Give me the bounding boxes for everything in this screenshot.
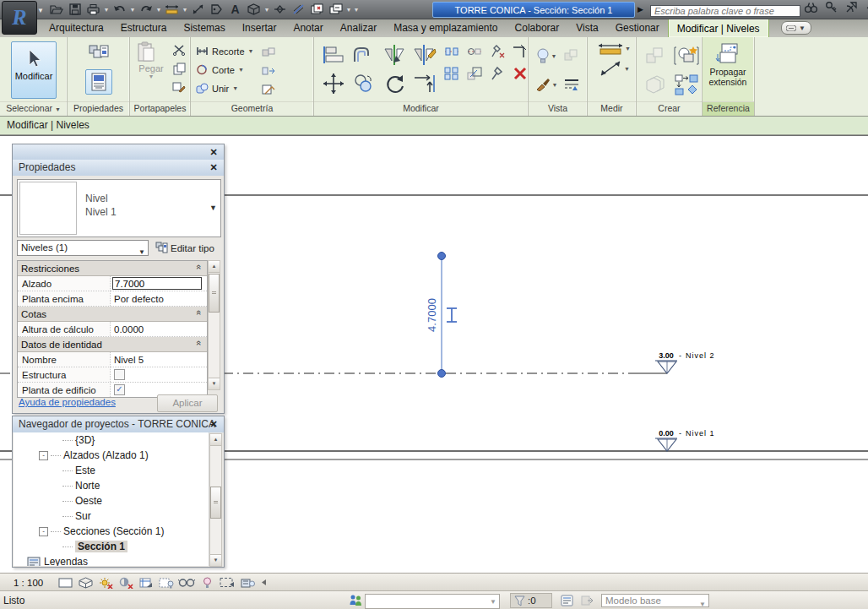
level-endpoint-grip-bottom[interactable] <box>438 370 446 378</box>
measure-between-refs-button[interactable]: ▼ <box>593 42 636 55</box>
title-expander-icon[interactable]: ▶ <box>637 5 643 14</box>
tab-masa-y-emplazamiento[interactable]: Masa y emplazamiento <box>385 19 506 37</box>
property-group-datos-identidad[interactable]: Datos de identidad« <box>18 337 207 352</box>
worksets-combobox[interactable]: ▼ <box>365 594 500 609</box>
split-element-icon[interactable] <box>441 42 462 61</box>
trim-corner-icon[interactable] <box>509 42 530 61</box>
scale-icon[interactable] <box>464 64 485 83</box>
create-similar-icon[interactable] <box>672 71 701 98</box>
tab-insertar[interactable]: Insertar <box>234 19 285 37</box>
apply-button[interactable]: Aplicar <box>157 394 218 412</box>
tab-colaborar[interactable]: Colaborar <box>507 19 568 37</box>
override-graphics-button[interactable]: ▼ <box>534 71 559 98</box>
default-3d-view-icon[interactable] <box>245 2 263 18</box>
tab-vista[interactable]: Vista <box>567 19 606 37</box>
scroll-up-icon[interactable]: ▲ <box>209 261 220 273</box>
help-search[interactable] <box>650 3 800 14</box>
project-browser-close-icon[interactable]: ✕ <box>208 418 220 430</box>
properties-palette-header[interactable]: Propiedades ✕ <box>13 160 224 176</box>
hide-elements-button[interactable]: ▼ <box>534 42 559 69</box>
tree-item-seccion-1[interactable]: Sección 1 <box>14 539 209 554</box>
create-assembly-icon[interactable] <box>642 71 670 98</box>
ribbon-minimize-button[interactable]: ▼ <box>781 21 811 35</box>
detail-level-icon[interactable] <box>55 575 75 590</box>
measure-dropdown-icon[interactable]: ▼ <box>182 7 188 13</box>
level-2-name[interactable]: Nivel 2 <box>686 351 715 360</box>
filter-dropdown-icon[interactable]: ▼ <box>138 245 145 259</box>
tree-collapse-icon[interactable]: - <box>39 451 48 460</box>
level-1-head[interactable]: 0.00 - Nivel 1 <box>655 429 715 451</box>
scrollbar-thumb[interactable] <box>210 487 221 519</box>
level-1-elevation[interactable]: 0.00 <box>659 429 674 438</box>
visual-style-icon[interactable] <box>75 575 95 590</box>
search-binoculars-icon[interactable] <box>804 1 818 14</box>
open-icon[interactable] <box>47 2 65 18</box>
temporary-dimension[interactable]: 4.7000 <box>426 253 457 378</box>
save-icon[interactable] <box>66 2 84 18</box>
offset-icon[interactable] <box>350 42 378 68</box>
property-row-alzado[interactable]: Alzado <box>18 276 207 291</box>
editable-only-icon[interactable] <box>559 594 574 607</box>
element-filter-combobox[interactable]: Niveles (1) ▼ <box>17 240 149 256</box>
project-browser-header[interactable]: Navegador de proyectos - TORRE CONICA ✕ <box>13 416 224 432</box>
measure-along-element-button[interactable]: ▼ <box>593 59 636 78</box>
exclude-options-icon[interactable] <box>579 594 594 607</box>
tab-sistemas[interactable]: Sistemas <box>175 19 233 37</box>
redo-dropdown-icon[interactable]: ▼ <box>155 7 162 13</box>
panel-label-seleccionar[interactable]: Seleccionar ▼ <box>0 101 67 116</box>
pin-icon[interactable] <box>486 64 507 83</box>
estructura-checkbox[interactable] <box>114 369 125 380</box>
switch-windows-icon[interactable] <box>327 2 344 18</box>
level-endpoint-grip-top[interactable] <box>438 253 446 260</box>
tree-item-alzados[interactable]: -Alzados (Alzado 1) <box>14 448 209 463</box>
tree-item-leyendas[interactable]: Leyendas <box>14 554 209 566</box>
mirror-pick-axis-icon[interactable] <box>380 42 409 68</box>
design-option-combobox[interactable]: Modelo base ▼ <box>601 594 709 607</box>
selection-filter-segment[interactable]: :0 <box>510 593 552 608</box>
level-2-elevation[interactable]: 3.00 <box>659 351 674 360</box>
property-group-cotas[interactable]: Cotas« <box>18 307 207 322</box>
tree-item-secciones[interactable]: -Secciones (Sección 1) <box>14 524 209 539</box>
array-icon[interactable] <box>441 64 462 83</box>
tree-item-oeste[interactable]: Oeste <box>14 493 209 508</box>
nombre-value[interactable]: Nivel 5 <box>111 352 207 367</box>
communication-center-icon[interactable] <box>845 1 859 14</box>
paste-dropdown-icon[interactable]: ▼ <box>137 73 165 79</box>
type-selector[interactable]: Nivel Nivel 1 ▼ <box>17 179 221 237</box>
type-selector-dropdown-icon[interactable]: ▼ <box>209 204 217 212</box>
tab-modificar-niveles[interactable]: Modificar | Niveles <box>668 19 769 37</box>
unjoin-icon[interactable] <box>260 63 277 79</box>
temporary-hide-isolate-icon[interactable] <box>176 575 197 590</box>
witness-line-grip[interactable] <box>447 308 457 322</box>
modify-tool-button[interactable]: Modificar <box>11 41 57 99</box>
browser-scrollbar[interactable]: ▲ ▼ <box>209 433 222 567</box>
temp-dimension-value[interactable]: 4.7000 <box>426 298 438 332</box>
tag-icon[interactable] <box>208 2 225 18</box>
worksets-dropdown-icon[interactable]: ▼ <box>490 598 496 606</box>
tree-item-sur[interactable]: Sur <box>14 508 209 524</box>
properties-palette-toggle[interactable] <box>85 69 112 95</box>
cut-icon[interactable] <box>171 42 187 57</box>
palette-group-close-icon[interactable]: ✕ <box>208 146 220 158</box>
properties-scrollbar[interactable]: ▲ ▼ <box>208 260 220 390</box>
tree-item-norte[interactable]: Norte <box>14 478 209 493</box>
collapse-group-icon[interactable]: « <box>194 340 204 345</box>
tab-arquitectura[interactable]: Arquitectura <box>41 19 112 37</box>
property-row-estructura[interactable]: Estructura <box>18 367 207 383</box>
tree-collapse-icon[interactable]: - <box>39 527 48 536</box>
paste-button[interactable]: Pegar ▼ <box>137 41 165 97</box>
viewbar-collapse-icon[interactable] <box>258 575 269 590</box>
design-option-dropdown-icon[interactable]: ▼ <box>699 598 706 609</box>
show-crop-region-icon[interactable] <box>136 575 156 590</box>
print-dropdown-icon[interactable]: ▼ <box>103 7 110 13</box>
delete-icon[interactable] <box>509 64 530 83</box>
scroll-down-icon[interactable]: ▼ <box>210 554 221 566</box>
reveal-hidden-elements-icon[interactable] <box>197 575 217 590</box>
mirror-draw-axis-icon[interactable] <box>410 42 439 68</box>
planta-encima-value[interactable]: Por defecto <box>111 291 207 306</box>
wall-join-button[interactable]: Recorte▼ <box>196 43 253 59</box>
tab-anotar[interactable]: Anotar <box>285 19 331 37</box>
worksets-icon[interactable] <box>349 594 362 606</box>
propagate-extents-button[interactable]: Propagar extensión <box>706 41 750 100</box>
beam-join-icon[interactable] <box>260 45 277 60</box>
